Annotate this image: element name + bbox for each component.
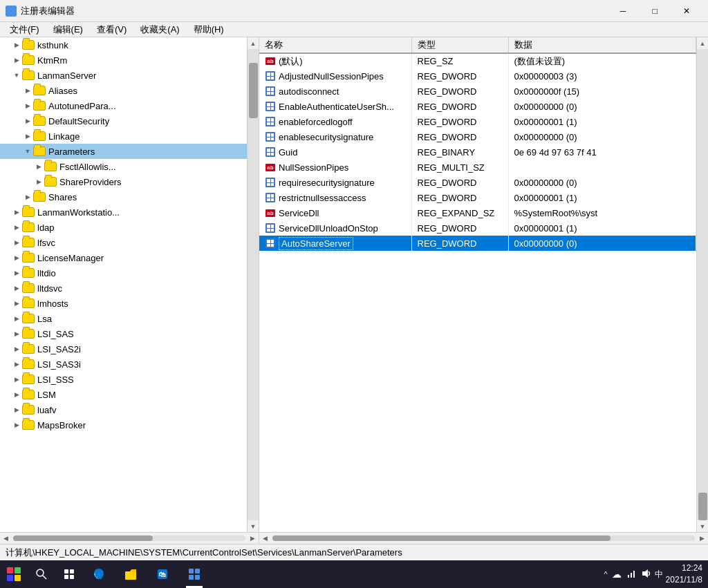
tree-item-lsm[interactable]: ▶ LSM [0,387,247,402]
table-row[interactable]: ab(默认)REG_SZ(数值未设置) [259,53,696,68]
h-scroll-track-right[interactable] [272,535,695,541]
expander-icon[interactable]: ▶ [11,283,22,294]
table-row[interactable]: GuidREG_BINARY0e 69 4d 97 63 7f 41 [259,144,696,160]
tree-item-shareproviders[interactable]: ▶ ShareProviders [0,174,247,189]
tray-network-icon[interactable] [626,568,637,581]
tree-item-lanmanserver[interactable]: ▼ LanmanServer [0,68,247,83]
expander-icon[interactable]: ▶ [11,313,22,324]
scroll-down-button[interactable]: ▼ [248,520,259,532]
tree-item-ktmrm[interactable]: ▶ KtmRm [0,53,247,68]
scroll-track[interactable] [248,49,259,520]
expander-icon[interactable]: ▶ [22,131,33,142]
table-row[interactable]: AutoShareServerREG_DWORD0x00000000 (0) [259,236,696,251]
regedit-app-button[interactable] [178,560,210,588]
expander-icon[interactable]: ▶ [11,419,22,430]
tree-item-lltdsvc[interactable]: ▶ lltdsvc [0,281,247,296]
tray-ime-indicator[interactable]: 中 [655,569,663,580]
table-row[interactable]: abNullSessionPipesREG_MULTI_SZ [259,160,696,175]
tree-item-parameters[interactable]: ▼ Parameters [0,144,247,159]
table-row[interactable]: requiresecuritysignatureREG_DWORD0x00000… [259,175,696,190]
maximize-button[interactable]: □ [639,0,671,22]
menu-view[interactable]: 查看(V) [90,22,133,37]
expander-icon[interactable]: ▶ [22,100,33,111]
expander-icon[interactable]: ▼ [11,70,22,81]
expander-icon[interactable]: ▶ [11,343,22,354]
scroll-left-button[interactable]: ◀ [0,533,12,544]
expander-icon[interactable]: ▶ [22,191,33,202]
tree-item-shares[interactable]: ▶ Shares [0,189,247,205]
tree-item-lltdio[interactable]: ▶ lltdio [0,265,247,281]
scroll-thumb[interactable] [249,63,258,118]
tray-cloud-icon[interactable]: ☁ [612,569,622,580]
store-app-button[interactable]: 🛍 [147,560,178,588]
scroll-right-button-right[interactable]: ▶ [696,533,708,544]
table-row[interactable]: autodisconnectREG_DWORD0x0000000f (15) [259,84,696,99]
table-row[interactable]: ServiceDllUnloadOnStopREG_DWORD0x0000000… [259,220,696,236]
table-scroll[interactable]: 名称 类型 数据 ab(默认)REG_SZ(数值未设置)AdjustedNull… [259,37,696,532]
expander-icon[interactable]: ▶ [11,267,22,278]
tree-item-luafv[interactable]: ▶ luafv [0,402,247,417]
h-scroll-thumb[interactable] [13,535,153,541]
table-row[interactable]: enablesecuritysignatureREG_DWORD0x000000… [259,129,696,144]
search-button[interactable] [28,560,55,588]
expander-icon[interactable]: ▶ [22,115,33,126]
table-row[interactable]: AdjustedNullSessionPipesREG_DWORD0x00000… [259,68,696,84]
tree-item-defaultsecurity[interactable]: ▶ DefaultSecurity [0,113,247,129]
menu-edit[interactable]: 编辑(E) [46,22,90,37]
expander-icon[interactable]: ▶ [33,176,44,187]
tree-item-lfsvc[interactable]: ▶ lfsvc [0,235,247,250]
tray-volume-icon[interactable] [641,568,652,581]
expander-icon[interactable]: ▶ [11,374,22,385]
tree-item-lsa[interactable]: ▶ Lsa [0,311,247,326]
expander-icon[interactable]: ▶ [11,298,22,309]
tree-vertical-scrollbar[interactable]: ▲ ▼ [247,37,259,532]
tree-horizontal-scrollbar[interactable]: ◀ ▶ [0,532,259,544]
task-view-button[interactable] [55,560,83,588]
table-row[interactable]: abServiceDllREG_EXPAND_SZ%SystemRoot%\sy… [259,205,696,220]
menu-file[interactable]: 文件(F) [3,22,46,37]
expander-icon[interactable]: ▶ [11,55,22,66]
menu-favorites[interactable]: 收藏夹(A) [133,22,186,37]
scroll-down-button-right[interactable]: ▼ [697,520,709,532]
expander-icon[interactable]: ▶ [22,85,33,96]
tree-item-lanmanworkstation[interactable]: ▶ LanmanWorkstatio... [0,205,247,220]
explorer-app-button[interactable] [115,560,147,588]
tree-scroll-area[interactable]: ▶ ksthunk ▶ KtmRm ▼ LanmanServer [0,37,247,532]
scroll-right-button[interactable]: ▶ [247,533,259,544]
right-horizontal-scrollbar[interactable]: ◀ ▶ [259,532,708,544]
tree-item-fsctlallowlis[interactable]: ▶ FsctlAllowlis... [0,159,247,174]
h-scroll-track[interactable] [13,535,245,541]
tree-item-linkage[interactable]: ▶ Linkage [0,129,247,144]
scroll-up-button[interactable]: ▲ [248,37,259,49]
expander-icon[interactable]: ▶ [11,237,22,248]
expander-icon[interactable]: ▶ [11,389,22,400]
edge-app-button[interactable] [83,560,115,588]
minimize-button[interactable]: ─ [607,0,639,22]
expander-icon[interactable]: ▼ [22,146,33,157]
scroll-track-right[interactable] [697,49,709,520]
scroll-thumb-right[interactable] [698,493,707,520]
h-scroll-thumb-right[interactable] [272,535,611,541]
tree-item-ksthunk[interactable]: ▶ ksthunk [0,37,247,53]
tree-item-aliases[interactable]: ▶ Aliases [0,83,247,98]
tree-item-lmhosts[interactable]: ▶ lmhosts [0,296,247,311]
expander-icon[interactable]: ▶ [11,328,22,339]
tree-item-mapsbroker[interactable]: ▶ MapsBroker [0,417,247,433]
expander-icon[interactable]: ▶ [11,252,22,263]
tray-chevron-icon[interactable]: ^ [604,570,607,578]
expander-icon[interactable]: ▶ [33,161,44,172]
start-button[interactable] [0,560,28,588]
tree-item-lsi-sas2i[interactable]: ▶ LSI_SAS2i [0,341,247,357]
table-row[interactable]: enableforcedlogoffREG_DWORD0x00000001 (1… [259,114,696,129]
close-button[interactable]: ✕ [671,0,702,22]
table-row[interactable]: restrictnullsessaccessREG_DWORD0x0000000… [259,190,696,205]
tree-item-autotunedpara[interactable]: ▶ AutotunedPara... [0,98,247,113]
tree-item-lsi-sas[interactable]: ▶ LSI_SAS [0,326,247,341]
expander-icon[interactable]: ▶ [11,359,22,370]
system-clock[interactable]: 12:24 2021/11/8 [666,562,702,586]
table-row[interactable]: EnableAuthenticateUserSh...REG_DWORD0x00… [259,99,696,114]
expander-icon[interactable]: ▶ [11,404,22,415]
menu-help[interactable]: 帮助(H) [187,22,231,37]
tree-item-ldap[interactable]: ▶ ldap [0,220,247,235]
scroll-up-button-right[interactable]: ▲ [697,37,709,49]
